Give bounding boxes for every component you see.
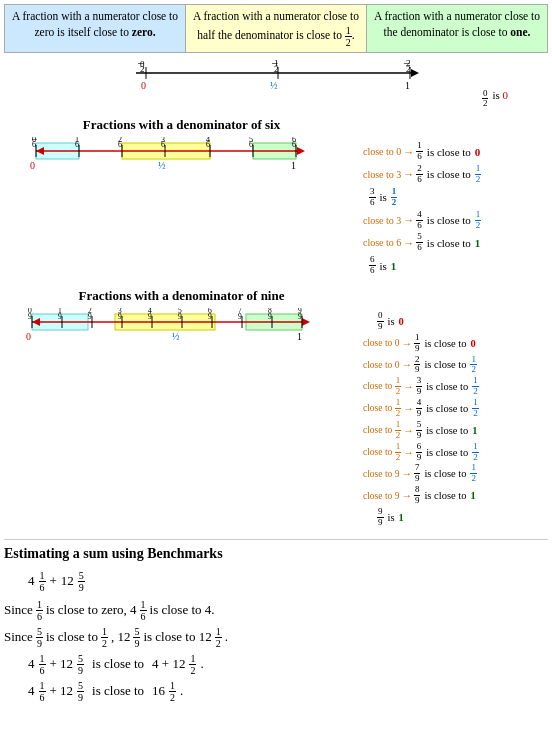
six-annot-2: close to 3 → 26 is close to 12 xyxy=(363,164,548,185)
svg-text:0: 0 xyxy=(141,80,146,91)
is-close-text-4: is close to xyxy=(427,237,471,249)
box-zero: A fraction with a numerator close to zer… xyxy=(5,5,186,52)
nine-numline-svg: 09 19 29 39 49 59 69 79 89 99 0 ½ 1 xyxy=(22,308,342,368)
svg-marker-21 xyxy=(297,147,305,155)
result-half-2: 12 xyxy=(475,210,482,231)
calc2-dot: . xyxy=(180,683,183,699)
nine-annot-5: close to 12 → 59 is close to 1 xyxy=(363,420,548,441)
svg-text:9: 9 xyxy=(88,312,92,321)
is-close-text-1: is close to xyxy=(427,146,471,158)
close-to-6-label: close to 6 xyxy=(363,237,401,248)
close-to-3-label-2: close to 3 xyxy=(363,215,401,226)
six-annot-1: close to 0 → 16 is close to 0 xyxy=(363,141,548,162)
is-text-1: is xyxy=(380,191,387,203)
svg-text:9: 9 xyxy=(178,312,182,321)
benchmark-expr: 4 16 + 12 59 xyxy=(28,570,548,593)
svg-text:6: 6 xyxy=(249,140,253,149)
svg-text:2: 2 xyxy=(274,64,279,74)
box-half: A fraction with a numerator close to hal… xyxy=(186,5,367,52)
frac-1-6-c: 16 xyxy=(140,599,147,622)
calc2-frac1: 16 xyxy=(39,680,46,703)
calc2-4: 4 xyxy=(28,683,35,699)
box-one: A fraction with a numerator close to the… xyxy=(367,5,547,52)
nine-annotations: 09 is 0 close to 0 → 19 is close to 0 cl… xyxy=(363,288,548,529)
svg-text:9: 9 xyxy=(238,312,242,321)
zero-annot: 02 is 0 xyxy=(4,89,508,110)
svg-text:6: 6 xyxy=(32,140,36,149)
svg-text:½: ½ xyxy=(158,160,166,171)
nine-annot-0: 09 is 0 xyxy=(377,311,548,332)
six-left: Fractions with a denominator of six xyxy=(4,117,359,278)
result-half-exact: 12 xyxy=(391,187,398,208)
zero-val: 0 xyxy=(503,89,509,110)
calc2-isclose: is close to xyxy=(92,683,144,699)
calc1-4b: 4 + 12 xyxy=(152,656,185,672)
calc1-half: 12 xyxy=(189,653,196,676)
first-numline-section: 0 ─ 2 1 ─ 2 2 ─ 2 0 ½ 1 02 is 0 xyxy=(4,59,548,110)
nine-annot-3: close to 12 → 39 is close to 12 xyxy=(363,376,548,397)
nine-annot-2: close to 0 → 29 is close to 12 xyxy=(363,355,548,376)
nine-section: Fractions with a denominator of nine xyxy=(4,288,548,529)
six-numline-svg: 0 ─ 6 1 6 2 6 3 6 4 6 5 6 6 6 0 ½ 1 xyxy=(22,137,342,192)
nine-left: Fractions with a denominator of nine xyxy=(4,288,359,529)
calc2-half: 12 xyxy=(169,680,176,703)
nine-annot-7: close to 9 → 79 is close to 12 xyxy=(363,463,548,484)
expr-frac-5-9: 59 xyxy=(78,570,85,593)
calc2-plus: + 12 xyxy=(50,683,74,699)
frac-5-9-c: 59 xyxy=(133,626,140,649)
nine-annot-4: close to 12 → 49 is close to 12 xyxy=(363,398,548,419)
result-1-1: 1 xyxy=(475,237,481,249)
svg-text:2: 2 xyxy=(140,64,145,74)
benchmark-section: Estimating a sum using Benchmarks 4 16 +… xyxy=(4,539,548,703)
result-0: 0 xyxy=(475,146,481,158)
benchmark-calc2: 4 16 + 12 59 is close to 16 12 . xyxy=(28,680,548,703)
close-zero-text: is close to zero, 4 xyxy=(46,602,137,618)
svg-marker-1 xyxy=(411,69,419,77)
is-text-2: is xyxy=(380,260,387,272)
svg-text:½: ½ xyxy=(270,80,278,91)
calc1-4: 4 xyxy=(28,656,35,672)
arrow-2: → xyxy=(403,168,414,180)
comma-12: , 12 xyxy=(111,629,131,645)
period-1: . xyxy=(225,629,228,645)
frac-4-6: 46 xyxy=(416,210,423,231)
close-4-text: is close to 4. xyxy=(150,602,215,618)
calc1-frac2: 59 xyxy=(77,653,84,676)
arrow-4: → xyxy=(403,237,414,249)
calc2-16: 16 xyxy=(152,683,165,699)
close-12half-text: is close to 12 xyxy=(143,629,211,645)
svg-text:9: 9 xyxy=(208,312,212,321)
six-section: Fractions with a denominator of six xyxy=(4,117,548,278)
frac-1-6-b: 16 xyxy=(36,599,43,622)
box-zero-text: A fraction with a numerator close to zer… xyxy=(12,10,178,38)
svg-text:6: 6 xyxy=(161,140,165,149)
expr-frac-1-6: 16 xyxy=(39,570,46,593)
nine-annot-6: close to 12 → 69 is close to 12 xyxy=(363,442,548,463)
frac-3-6: 36 xyxy=(369,187,376,208)
frac-1-2-a: 12 xyxy=(101,626,108,649)
expr-4: 4 xyxy=(28,573,35,589)
arrow-1: → xyxy=(403,146,414,158)
svg-text:6: 6 xyxy=(75,140,79,149)
svg-text:6: 6 xyxy=(118,140,122,149)
svg-text:9: 9 xyxy=(268,312,272,321)
zero-is: is xyxy=(492,89,502,110)
six-title: Fractions with a denominator of six xyxy=(4,117,359,133)
six-annot-3: 36 is 12 xyxy=(369,187,548,208)
svg-text:0: 0 xyxy=(26,331,31,342)
benchmark-line1: Since 16 is close to zero, 4 16 is close… xyxy=(4,599,548,622)
svg-text:1: 1 xyxy=(405,80,410,91)
benchmark-title: Estimating a sum using Benchmarks xyxy=(4,546,548,562)
close-half-text-1: is close to xyxy=(46,629,98,645)
calc1-isclose: is close to xyxy=(92,656,144,672)
arrow-3: → xyxy=(403,214,414,226)
benchmark-line2: Since 59 is close to 12 , 12 59 is close… xyxy=(4,626,548,649)
svg-text:0: 0 xyxy=(30,160,35,171)
nine-annot-9: 99 is 1 xyxy=(377,507,548,528)
is-close-text-2: is close to xyxy=(427,168,471,180)
svg-text:1: 1 xyxy=(297,331,302,342)
is-close-text-3: is close to xyxy=(427,214,471,226)
svg-text:6: 6 xyxy=(292,140,296,149)
svg-text:9: 9 xyxy=(148,312,152,321)
calc1-frac1: 16 xyxy=(39,653,46,676)
